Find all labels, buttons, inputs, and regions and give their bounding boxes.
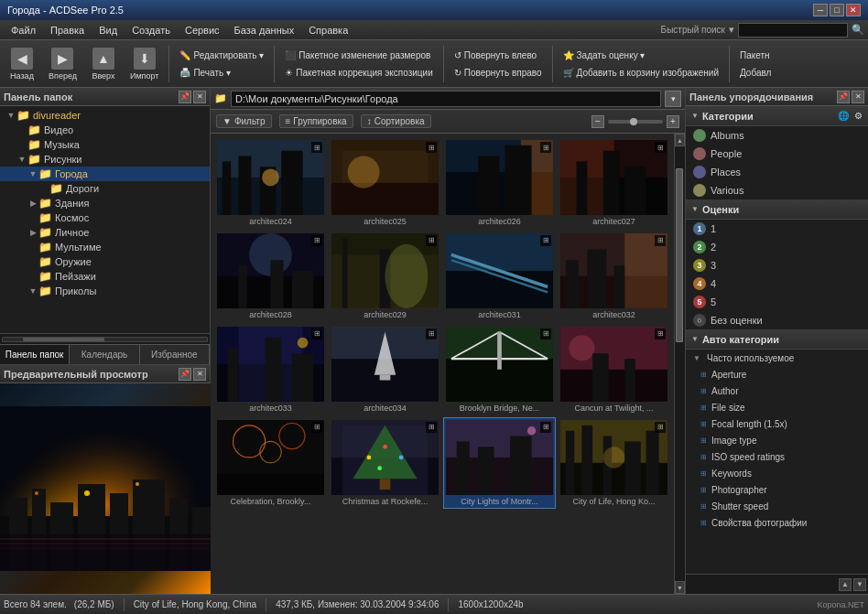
- address-dropdown[interactable]: ▾: [665, 91, 681, 107]
- auto-cat-keywords[interactable]: ⊞ Keywords: [686, 465, 868, 481]
- auto-cat-shutter-speed[interactable]: ⊞ Shutter speed: [686, 498, 868, 514]
- tree-item-landscapes[interactable]: 📁 Пейзажи: [0, 269, 210, 284]
- expand-icon[interactable]: ▶: [27, 199, 38, 208]
- grid-scrollbar[interactable]: ▲ ▼: [674, 134, 685, 594]
- auto-cat-file-size[interactable]: ⊞ File size: [686, 399, 868, 415]
- list-item[interactable]: ⊞ architec031: [443, 231, 556, 322]
- tab-folders[interactable]: Панель папок: [0, 345, 70, 364]
- add-cart-button[interactable]: 🛒 Добавить в корзину изображений: [557, 65, 725, 81]
- batch-exposure-button[interactable]: ☀ Пакетная коррекция экспозиции: [278, 65, 439, 81]
- auto-cat-author[interactable]: ⊞ Author: [686, 382, 868, 399]
- expand-icon[interactable]: ▼: [27, 169, 38, 178]
- tree-item-music[interactable]: 📁 Музыка: [0, 137, 210, 152]
- forward-button[interactable]: ▶ Вперед: [42, 43, 83, 85]
- zoom-slider[interactable]: [608, 120, 663, 124]
- list-item[interactable]: ⊞ architec032: [558, 231, 670, 322]
- menu-help[interactable]: Справка: [301, 23, 355, 38]
- rating-5[interactable]: 5 5: [686, 293, 868, 311]
- rating-4[interactable]: 4 4: [686, 275, 868, 293]
- category-places[interactable]: Places: [686, 163, 868, 181]
- rating-2[interactable]: 2 2: [686, 238, 868, 256]
- tree-item-media[interactable]: 📁 Мультиме: [0, 240, 210, 254]
- list-item[interactable]: ⊞ architec026: [443, 137, 556, 229]
- rate-button[interactable]: ⭐ Задать оценку ▾: [557, 48, 725, 63]
- auto-cat-image-type[interactable]: ⊞ Image type: [686, 432, 868, 448]
- list-item[interactable]: ⊞ City Lights of Montr...: [443, 417, 556, 509]
- tree-item-video[interactable]: 📁 Видео: [0, 123, 210, 137]
- list-item[interactable]: ⊞ Christmas at Rockefe...: [329, 417, 441, 509]
- auto-cat-frequently-used[interactable]: ▼ Часто используемое: [686, 350, 868, 366]
- up-button[interactable]: ▲ Вверх: [85, 43, 122, 85]
- list-item[interactable]: ⊞ architec024: [214, 137, 327, 229]
- list-item[interactable]: ⊞ City of Life, Hong Ko...: [558, 417, 670, 509]
- categories-manage-icon[interactable]: 🌐: [838, 111, 849, 121]
- scroll-down-button[interactable]: ▼: [675, 581, 685, 594]
- right-panel-pin-button[interactable]: 📌: [837, 91, 850, 103]
- list-item[interactable]: ⊞ Celebration, Brookly...: [214, 417, 327, 509]
- menu-service[interactable]: Сервис: [178, 23, 227, 38]
- scroll-up-button[interactable]: ▲: [675, 134, 685, 146]
- tree-item-personal[interactable]: ▶ 📁 Личное: [0, 225, 210, 240]
- address-input[interactable]: [231, 91, 661, 107]
- rating-1[interactable]: 1 1: [686, 220, 868, 238]
- back-button[interactable]: ◀ Назад: [4, 43, 40, 85]
- search-icon[interactable]: 🔍: [852, 24, 864, 36]
- search-input[interactable]: [738, 23, 848, 38]
- tree-item-cities[interactable]: ▼ 📁 Города: [0, 167, 210, 181]
- thumbnail-grid[interactable]: ⊞ architec024: [211, 134, 674, 594]
- list-item[interactable]: ⊞ architec033: [214, 324, 327, 415]
- list-item[interactable]: ⊞ architec027: [558, 137, 670, 229]
- right-panel-close-button[interactable]: ✕: [852, 91, 864, 103]
- preview-close-button[interactable]: ✕: [193, 368, 206, 381]
- rating-3[interactable]: 3 3: [686, 256, 868, 275]
- list-item[interactable]: ⊞ architec025: [329, 137, 441, 229]
- panel-close-button[interactable]: ✕: [193, 91, 206, 103]
- tree-item-weapons[interactable]: 📁 Оружие: [0, 254, 210, 269]
- close-button[interactable]: ✕: [846, 4, 861, 16]
- auto-cat-aperture[interactable]: ⊞ Aperture: [686, 366, 868, 382]
- rating-none[interactable]: ○ Без оценки: [686, 311, 868, 329]
- list-item[interactable]: ⊞ architec029: [329, 231, 441, 322]
- preview-pin-button[interactable]: 📌: [179, 368, 191, 381]
- minimize-button[interactable]: ─: [813, 4, 828, 16]
- tab-favorites[interactable]: Избранное: [140, 345, 210, 364]
- list-item[interactable]: ⊞ Cancun at Twilight, ...: [558, 324, 670, 415]
- filter-button[interactable]: ▼ Фильтр: [216, 114, 272, 128]
- import-button[interactable]: ⬇ Импорт: [124, 43, 165, 85]
- maximize-button[interactable]: □: [830, 4, 844, 16]
- panel-pin-button[interactable]: 📌: [179, 91, 191, 103]
- tree-item-divureader[interactable]: ▼ 📁 divureader: [0, 108, 210, 123]
- menu-view[interactable]: Вид: [92, 23, 125, 38]
- auto-cat-focal-length[interactable]: ⊞ Focal length (1.5x): [686, 415, 868, 432]
- menu-create[interactable]: Создать: [125, 23, 178, 38]
- expand-icon[interactable]: ▼: [16, 155, 27, 164]
- zoom-plus-button[interactable]: +: [667, 115, 679, 128]
- ratings-section-header[interactable]: ▼ Оценки: [686, 199, 868, 220]
- category-people[interactable]: People: [686, 145, 868, 163]
- tree-item-space[interactable]: 📁 Космос: [0, 210, 210, 225]
- folder-tree[interactable]: ▼ 📁 divureader 📁 Видео 📁 Музыка ▼ 📁 Р: [0, 106, 210, 333]
- scroll-track[interactable]: [675, 146, 685, 581]
- right-panel-scroll-down[interactable]: ▼: [853, 578, 866, 591]
- category-albums[interactable]: Albums: [686, 126, 868, 145]
- auto-cat-photographer[interactable]: ⊞ Photographer: [686, 481, 868, 498]
- list-item[interactable]: ⊞ architec028: [214, 231, 327, 322]
- auto-cat-photo-properties[interactable]: ⊞ Свойства фотографии: [686, 514, 868, 531]
- tree-scrollbar[interactable]: [0, 333, 210, 344]
- list-item[interactable]: ⊞ Brooklyn Bridge, Ne...: [443, 324, 556, 415]
- expand-icon[interactable]: ▶: [27, 228, 38, 237]
- tab-calendar[interactable]: Календарь: [70, 345, 139, 364]
- auto-cat-iso-speed[interactable]: ⊞ ISO speed ratings: [686, 448, 868, 465]
- tree-item-roads[interactable]: 📁 Дороги: [0, 181, 210, 196]
- sort-button[interactable]: ↕ Сортировка: [361, 114, 431, 128]
- categories-add-icon[interactable]: ⚙: [854, 111, 863, 121]
- menu-database[interactable]: База данных: [227, 23, 302, 38]
- menu-file[interactable]: Файл: [4, 23, 43, 38]
- rotate-left-button[interactable]: ↺ Повернуть влево: [448, 48, 548, 63]
- rotate-right-button[interactable]: ↻ Повернуть вправо: [448, 65, 548, 81]
- print-button[interactable]: 🖨️ Печать ▾: [173, 65, 270, 81]
- right-panel-scroll-up[interactable]: ▲: [839, 578, 852, 591]
- expand-icon[interactable]: ▼: [5, 111, 16, 120]
- categories-section-header[interactable]: ▼ Категории 🌐 ⚙: [686, 106, 868, 126]
- package-button[interactable]: Пакетн: [733, 48, 777, 63]
